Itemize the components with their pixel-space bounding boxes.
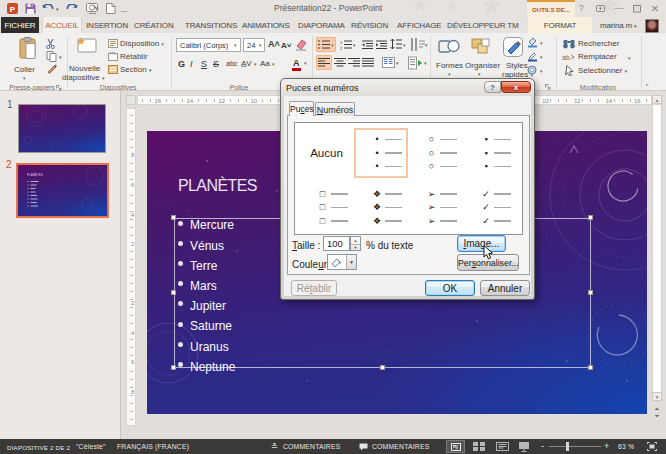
svg-text:P: P (10, 5, 16, 14)
svg-text:PLANÈTES: PLANÈTES (27, 172, 43, 177)
